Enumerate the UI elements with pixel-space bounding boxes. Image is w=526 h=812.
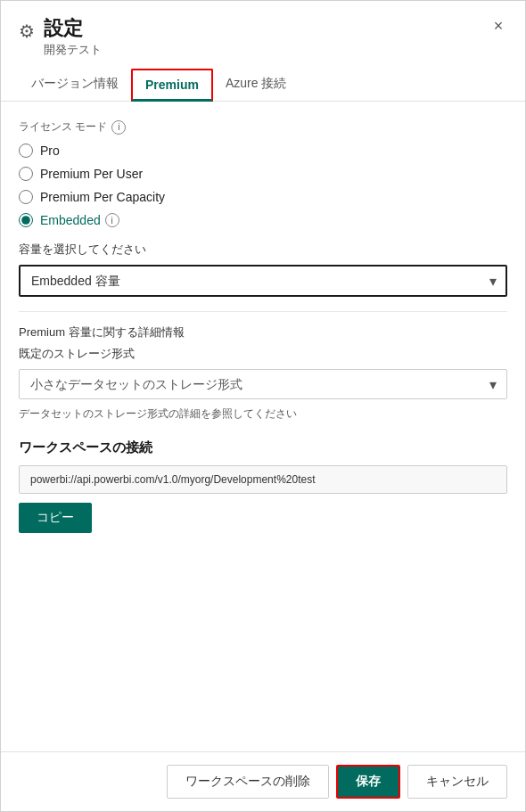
radio-item-premium-user[interactable]: Premium Per User [19, 167, 507, 181]
storage-link: データセットのストレージ形式の詳細を参照してください [19, 406, 507, 422]
dialog-header: ⚙ 設定 開発テスト [1, 1, 525, 58]
cancel-button[interactable]: キャンセル [407, 765, 507, 799]
premium-info-section: Premium 容量に関する詳細情報 既定のストレージ形式 小さなデータセットの… [19, 324, 507, 422]
save-button[interactable]: 保存 [336, 765, 400, 799]
workspace-section: ワークスペースの接続 powerbi://api.powerbi.com/v1.… [19, 439, 507, 533]
storage-label: 既定のストレージ形式 [19, 346, 507, 362]
radio-item-pro[interactable]: Pro [19, 144, 507, 158]
divider-1 [19, 311, 507, 312]
premium-info-title: Premium 容量に関する詳細情報 [19, 324, 507, 340]
tab-version[interactable]: バージョン情報 [19, 69, 131, 102]
embedded-info-icon[interactable]: i [105, 213, 119, 227]
capacity-select[interactable]: Embedded 容量 [19, 265, 507, 297]
dialog-title: 設定 [44, 17, 102, 40]
license-mode-label: ライセンス モード i [19, 119, 507, 135]
tab-content: ライセンス モード i Pro Premium Per User Premium… [1, 102, 525, 751]
gear-icon: ⚙ [19, 21, 35, 42]
dialog-footer: ワークスペースの削除 保存 キャンセル [1, 751, 525, 811]
radio-pro[interactable] [19, 144, 33, 158]
radio-embedded[interactable] [19, 213, 33, 227]
radio-premium-user-label: Premium Per User [40, 167, 143, 181]
delete-workspace-button[interactable]: ワークスペースの削除 [167, 765, 329, 799]
radio-item-embedded[interactable]: Embedded i [19, 213, 507, 227]
capacity-section: 容量を選択してください Embedded 容量 [19, 242, 507, 297]
tabs-bar: バージョン情報 Premium Azure 接続 [1, 69, 525, 102]
close-button[interactable]: × [486, 13, 511, 38]
header-titles: 設定 開発テスト [44, 17, 102, 58]
license-radio-group: Pro Premium Per User Premium Per Capacit… [19, 144, 507, 227]
storage-select-wrapper: 小さなデータセットのストレージ形式 [19, 369, 507, 399]
radio-premium-user[interactable] [19, 167, 33, 181]
radio-item-premium-capacity[interactable]: Premium Per Capacity [19, 190, 507, 204]
settings-dialog: ⚙ 設定 開発テスト × バージョン情報 Premium Azure 接続 ライ… [0, 0, 526, 812]
capacity-select-wrapper: Embedded 容量 [19, 265, 507, 297]
license-info-icon[interactable]: i [111, 120, 126, 135]
tab-premium[interactable]: Premium [131, 69, 213, 102]
storage-select[interactable]: 小さなデータセットのストレージ形式 [19, 369, 507, 399]
copy-button[interactable]: コピー [19, 503, 92, 533]
capacity-label: 容量を選択してください [19, 242, 507, 258]
workspace-label: ワークスペースの接続 [19, 439, 507, 456]
workspace-url: powerbi://api.powerbi.com/v1.0/myorg/Dev… [19, 465, 507, 494]
radio-premium-capacity[interactable] [19, 190, 33, 204]
tab-azure[interactable]: Azure 接続 [213, 69, 299, 102]
radio-premium-capacity-label: Premium Per Capacity [40, 190, 165, 204]
radio-embedded-label: Embedded i [40, 213, 119, 227]
dialog-subtitle: 開発テスト [44, 42, 102, 58]
radio-pro-label: Pro [40, 144, 60, 158]
